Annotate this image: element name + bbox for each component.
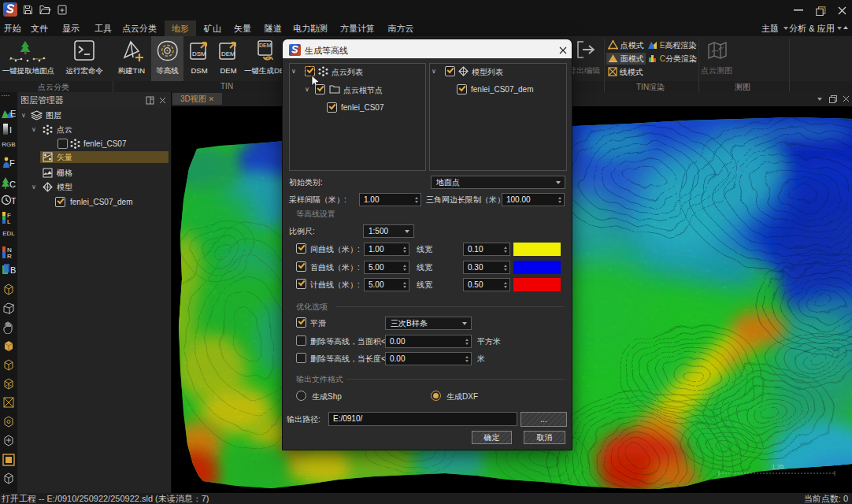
svg-text:T: T bbox=[11, 196, 16, 206]
svg-text:1:35: 1:35 bbox=[772, 463, 784, 470]
svg-text:C: C bbox=[9, 180, 16, 189]
svg-text:F: F bbox=[9, 158, 15, 168]
svg-text:E: E bbox=[10, 109, 16, 118]
svg-text:R: R bbox=[7, 253, 12, 258]
svg-text:DSM: DSM bbox=[192, 50, 206, 57]
svg-text:I: I bbox=[9, 125, 12, 135]
svg-text:L: L bbox=[7, 218, 11, 224]
svg-text:DEM: DEM bbox=[221, 50, 235, 57]
svg-text:DEM: DEM bbox=[259, 43, 272, 48]
svg-text:B: B bbox=[10, 265, 16, 275]
